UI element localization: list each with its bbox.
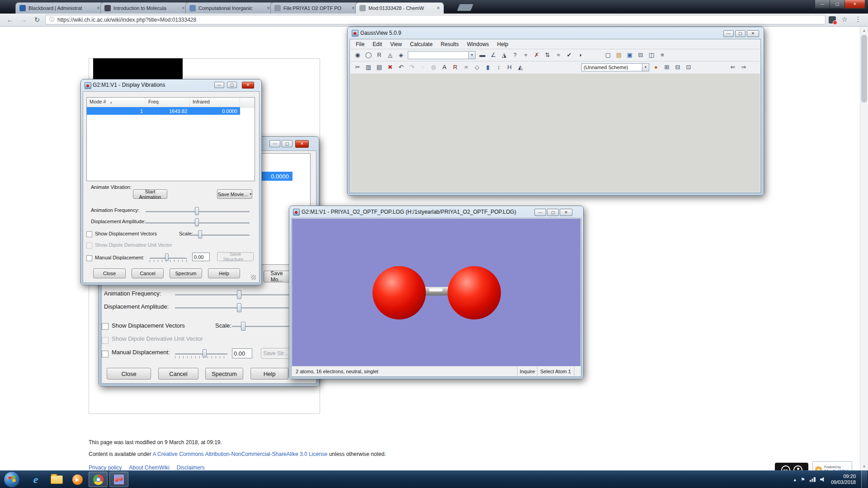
invert-icon[interactable]: ⇅ [542,51,552,60]
new-tab-button[interactable] [457,4,473,11]
cancel-button[interactable]: Cancel [132,268,164,278]
print-icon[interactable]: ⊟ [636,51,646,60]
taskbar-clock[interactable]: 09:20 09/03/2018 [831,474,856,485]
next-view-icon[interactable]: ⇒ [739,63,749,72]
ring-fragment-icon[interactable]: ◯ [363,51,373,60]
menu-item[interactable]: File [352,40,368,49]
save-icon[interactable]: ▣ [625,51,635,60]
menu-item[interactable]: Windows [463,40,493,49]
close-button[interactable]: Close [93,268,126,278]
volume-icon[interactable] [820,477,826,482]
browser-tab[interactable]: Computational Inorganic × [185,2,274,14]
close-button[interactable]: Close [107,368,151,380]
manual-displacement-checkbox[interactable] [86,255,92,261]
refresh-view-icon[interactable]: ◌ [418,63,428,72]
tab-close-icon[interactable]: × [182,5,185,11]
spectrum-button[interactable]: Spectrum [170,268,202,278]
molecule-canvas[interactable] [292,219,580,366]
gaussview-minimize-button[interactable]: — [723,30,734,37]
tile-windows-icon[interactable]: ⊟ [673,63,683,72]
cut-icon[interactable]: ✂ [353,63,363,72]
taskbar-item-chrome[interactable] [89,472,108,487]
tab-close-icon[interactable]: × [97,5,100,11]
taskbar-item-internet-explorer[interactable]: e [26,472,45,487]
manual-displacement-slider-thumb[interactable] [203,349,207,357]
footer-link[interactable]: Disclaimers [177,465,205,471]
menu-item[interactable]: Calculate [406,40,437,49]
biological-fragment-icon[interactable]: ◬ [385,51,395,60]
dialog-close-button[interactable]: ✕ [242,82,254,89]
scroll-down-arrow[interactable]: ▼ [860,463,868,470]
browser-tab[interactable]: Blackboard | Administrat × [15,2,104,14]
help-button[interactable]: Help [250,368,288,380]
tab-close-icon[interactable]: × [437,5,440,11]
combo-dropdown-icon[interactable]: ▼ [642,64,649,71]
molecule-close-button[interactable]: ✕ [560,209,572,216]
forward-button[interactable]: → [18,15,29,25]
add-valence-icon[interactable]: + [521,51,531,60]
modify-dihedral-icon[interactable]: ◮ [499,51,509,60]
info-icon[interactable]: ⓘ [49,16,55,23]
extension-icon[interactable] [829,16,836,23]
infrared-column-header[interactable]: Infrared [190,98,240,107]
dialog-minimize-button[interactable]: — [269,140,280,147]
custom-fragment-icon[interactable]: ◈ [396,51,406,60]
molecule-window-title[interactable]: G2:M1:V1 - PRIYA1_O2_OPTF_POP.LOG (H:/1s… [302,209,528,215]
browser-tab[interactable]: Introduction to Molecula × [100,2,189,14]
save-movie-button[interactable]: Save Movie... ▾ [217,189,252,199]
show-hidden-icons-button[interactable]: ▴ [794,477,797,483]
molecule-maximize-button[interactable]: ▢ [547,209,559,216]
cascade-windows-icon[interactable]: ⊡ [684,63,693,72]
animation-frequency-slider-thumb[interactable] [237,290,241,299]
manual-displacement-slider-thumb[interactable] [165,253,169,261]
gaussview-title[interactable]: GaussView 5.0.9 [360,30,401,36]
copy-icon[interactable]: ▥ [363,63,373,72]
delete-atom-icon[interactable]: ✗ [532,51,542,60]
cancel-button[interactable]: Cancel [158,368,198,380]
open-icon[interactable]: ▤ [614,51,624,60]
browser-tab[interactable]: File:PRIYA1 O2 OPTF PO × [270,2,359,14]
surfaces-icon[interactable]: ≈ [461,63,471,72]
animation-frequency-slider[interactable] [175,294,308,296]
bookmark-star-icon[interactable]: ☆ [839,14,850,24]
combo-dropdown-icon[interactable]: ▼ [468,52,475,59]
browser-tab[interactable]: Mod:01333428 - ChemW × [355,2,444,14]
menu-item[interactable]: View [386,40,406,49]
text-label-icon[interactable]: A [439,63,449,72]
undo-icon[interactable]: ↶ [396,63,406,72]
displacement-amplitude-slider[interactable] [175,307,308,309]
image-label-icon[interactable]: R [450,63,460,72]
hydrogen-icon[interactable]: H [505,63,514,72]
rebond-icon[interactable]: ≈ [553,51,563,60]
dipole-icon[interactable]: ↕ [494,63,504,72]
browser-menu-icon[interactable]: ⋮ [853,14,863,24]
tab-close-icon[interactable]: × [267,5,270,11]
window-close-button[interactable]: ✕ [844,0,865,9]
redo-icon[interactable]: ↷ [407,63,417,72]
dialog-minimize-button[interactable]: — [214,82,224,88]
builder-icon[interactable]: ◍ [429,63,439,72]
window-maximize-button[interactable]: ▢ [830,0,845,9]
scale-slider-thumb[interactable] [198,230,202,239]
license-link[interactable]: A Creative Commons Attribution-NonCommer… [152,451,327,457]
back-button[interactable]: ← [5,15,15,25]
dialog-title[interactable]: G2:M1:V1 - Display Vibrations [93,82,165,88]
manual-displacement-slider[interactable] [175,353,227,355]
show-displacement-vectors-checkbox[interactable] [86,231,92,237]
clean-icon[interactable]: ✔ [564,51,574,60]
display-format-icon[interactable]: ⊞ [662,63,672,72]
rgroup-fragment-icon[interactable]: R [374,51,384,60]
color-icon[interactable]: ● [651,63,661,72]
modify-angle-icon[interactable]: ∠ [488,51,498,60]
animation-frequency-slider-thumb[interactable] [195,207,199,215]
oxygen-atom-2[interactable] [448,266,501,319]
inquire-icon[interactable]: ? [510,51,520,60]
footer-link[interactable]: Privacy policy [89,465,122,471]
spectrum-bars-icon[interactable]: ▮ [483,63,493,72]
tab-close-icon[interactable]: × [352,5,355,11]
resize-grip[interactable] [574,366,580,376]
taskbar-item-media-player[interactable]: ▶ [68,472,87,487]
spectrum-button[interactable]: Spectrum [205,368,243,380]
gaussview-close-button[interactable]: ✕ [747,30,759,37]
scrollbar-thumb[interactable] [861,35,867,103]
